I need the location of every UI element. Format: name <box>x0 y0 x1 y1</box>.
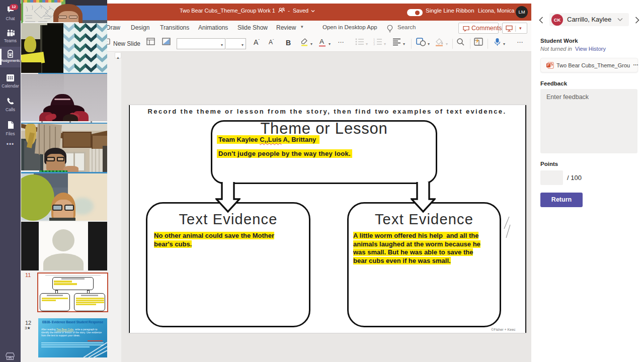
svg-text:P: P <box>547 63 549 67</box>
svg-text:3: 3 <box>373 43 375 46</box>
